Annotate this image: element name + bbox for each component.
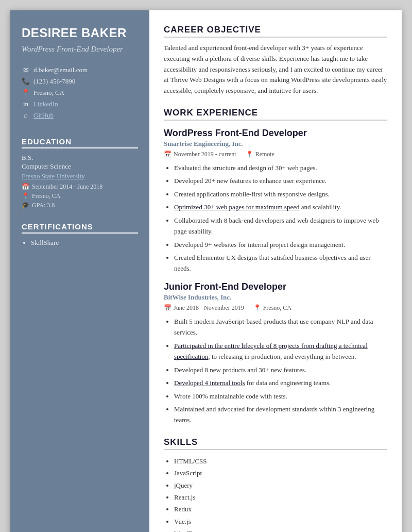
candidate-title: WordPress Front-End Developer [22, 44, 138, 55]
list-item: Developed 20+ new features to enhance us… [174, 175, 387, 186]
sidebar: DESIREE BAKER WordPress Front-End Develo… [10, 10, 149, 532]
list-item: Maintained and advocated for development… [174, 404, 387, 426]
list-item: WordPress [174, 527, 387, 532]
email-icon: ✉ [22, 66, 30, 74]
job-1-title: WordPress Front-End Developer [164, 128, 387, 139]
list-item: Developed 9+ websites for internal proje… [174, 239, 387, 250]
contact-list: ✉ d.baker@email.com 📞 (123) 456-7890 📍 F… [22, 66, 138, 123]
contact-github[interactable]: ⌂ GitHub [22, 111, 138, 120]
career-objective-title: CAREER OBJECTIVE [164, 25, 387, 38]
certifications-section: CERTIFICATIONS SkillShare [22, 222, 138, 247]
job-1-company: Smartrise Engineering, Inc. [164, 140, 387, 148]
list-item: JavaScript [174, 467, 387, 479]
job-1-bullets: Evaluated the structure and design of 30… [164, 162, 387, 274]
location-icon: 📍 [22, 89, 30, 97]
job-2-meta: 📅 June 2018 - November 2019 📍 Fresno, CA [164, 304, 387, 312]
contact-location: 📍 Fresno, CA [22, 89, 138, 97]
edu-school: Fresno State University [22, 172, 138, 180]
certifications-list: SkillShare [22, 239, 138, 247]
job-entry-1: WordPress Front-End Developer Smartrise … [164, 128, 387, 274]
edu-location: 📍 Fresno, CA [22, 192, 138, 200]
job-2-bullets: Built 5 modern JavaScript-based products… [164, 316, 387, 426]
list-item: Evaluated the structure and design of 30… [174, 162, 387, 173]
career-objective-text: Talented and experienced front-end devel… [164, 43, 387, 96]
job-2-dates: 📅 June 2018 - November 2019 [164, 304, 244, 312]
list-item: Collaborated with 8 back-end developers … [174, 215, 387, 237]
internal-tools-link: Developed 4 internal tools [174, 379, 245, 387]
list-item: Optimized 30+ web pages for maximum spee… [174, 202, 387, 212]
edu-gpa: 🎓 GPA: 3.8 [22, 202, 138, 209]
list-item: Created applications mobile-first with r… [174, 189, 387, 200]
job-2-company: BitWise Industries, Inc. [164, 293, 387, 302]
skills-list: HTML/CSS JavaScript jQuery React.js Redu… [164, 455, 387, 532]
contact-linkedin[interactable]: in LinkedIn [22, 100, 138, 108]
phone-icon: 📞 [22, 77, 30, 86]
main-content: CAREER OBJECTIVE Talented and experience… [149, 10, 402, 532]
edu-dates: 📅 September 2014 - June 2018 [22, 183, 138, 191]
list-item: Created Elementor UX designs that satisf… [174, 252, 387, 274]
job-entry-2: Junior Front-End Developer BitWise Indus… [164, 281, 387, 426]
resume-container: DESIREE BAKER WordPress Front-End Develo… [10, 10, 402, 532]
list-item: jQuery [174, 479, 387, 491]
list-item: Vue.js [174, 516, 387, 527]
certifications-section-title: CERTIFICATIONS [22, 222, 138, 234]
job-1-meta: 📅 November 2019 - current 📍 Remote [164, 151, 387, 158]
work-experience-title: WORK EXPERIENCE [164, 108, 387, 121]
job-1-dates: 📅 November 2019 - current [164, 151, 236, 158]
candidate-name: DESIREE BAKER [22, 26, 138, 41]
list-item: Redux [174, 503, 387, 515]
job-1-location: 📍 Remote [246, 151, 274, 158]
edu-location-icon: 📍 [22, 192, 29, 200]
calendar-icon-2: 📅 [164, 304, 171, 312]
edu-degree: B.S. [22, 154, 138, 162]
list-item: Developed 8 new products and 30+ new fea… [174, 364, 387, 375]
contact-phone: 📞 (123) 456-7890 [22, 77, 138, 86]
gpa-icon: 🎓 [22, 202, 29, 209]
location-icon-1: 📍 [246, 151, 253, 158]
list-item: Built 5 modern JavaScript-based products… [174, 316, 387, 338]
job-2-title: Junior Front-End Developer [164, 281, 387, 292]
list-item: Participated in the entire lifecycle of … [174, 340, 387, 362]
list-item: Developed 4 internal tools for data and … [174, 377, 387, 388]
lifecycle-link: Participated in the entire lifecycle of … [174, 342, 368, 360]
location-icon-2: 📍 [253, 304, 261, 312]
github-icon: ⌂ [22, 111, 30, 120]
calendar-icon-1: 📅 [164, 151, 171, 158]
edu-field: Computer Science [22, 162, 138, 171]
optimized-link: Optimized 30+ web pages for maximum spee… [174, 203, 299, 211]
list-item: HTML/CSS [174, 455, 387, 467]
cert-item: SkillShare [31, 239, 138, 247]
contact-email: ✉ d.baker@email.com [22, 66, 138, 74]
education-section-title: EDUCATION [22, 137, 138, 148]
calendar-icon: 📅 [22, 183, 29, 191]
job-2-location: 📍 Fresno, CA [253, 304, 291, 312]
skills-section-title: SKILLS [164, 437, 387, 450]
list-item: React.js [174, 491, 387, 503]
list-item: Wrote 100% maintainable code with tests. [174, 391, 387, 402]
linkedin-icon: in [22, 100, 30, 108]
